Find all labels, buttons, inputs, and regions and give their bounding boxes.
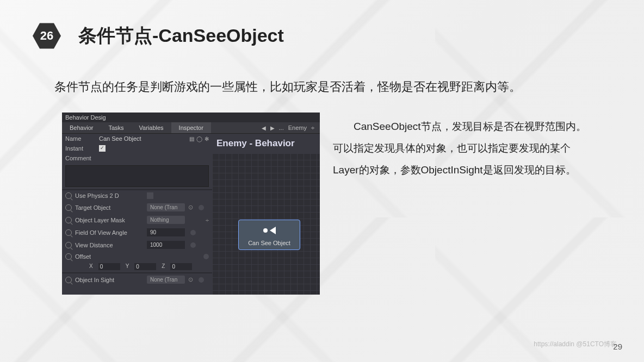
slide-header: 26 条件节点-CanSeeObject <box>33 22 611 50</box>
prop-label: View Distance <box>75 242 144 248</box>
offset-y[interactable] <box>134 263 156 270</box>
prop-checkbox[interactable] <box>147 192 153 199</box>
search-icon[interactable] <box>65 204 72 211</box>
var-dot-icon[interactable] <box>203 254 209 259</box>
prop-value[interactable]: 90 <box>147 228 185 236</box>
nav-more-icon[interactable]: ... <box>279 124 284 131</box>
instant-checkbox[interactable] <box>99 145 106 152</box>
search-icon[interactable] <box>65 217 72 223</box>
node-eye-icon <box>270 227 276 234</box>
nav-dropdown-icon[interactable]: ÷ <box>311 124 314 131</box>
prop-label: Use Physics 2 D <box>75 192 144 199</box>
graph-node-canseeobject[interactable]: Can See Object <box>238 220 300 250</box>
search-icon[interactable] <box>65 192 72 199</box>
prop-label: Target Object <box>75 204 144 211</box>
node-status-dot-icon <box>263 228 268 233</box>
offset-x[interactable] <box>98 263 120 270</box>
var-dot-icon[interactable] <box>199 277 204 283</box>
prop-label: Field Of View Angle <box>75 229 144 236</box>
offset-xyz: X Y Z <box>62 262 212 272</box>
tab-variables[interactable]: Variables <box>132 122 171 133</box>
slide-subtitle: 条件节点的任务是判断游戏的一些属性，比如玩家是否活着，怪物是否在视野距离内等。 <box>54 77 590 96</box>
tab-behavior[interactable]: Behavior <box>62 122 101 133</box>
doc-icon[interactable]: ▤ <box>189 136 194 142</box>
picker-icon[interactable]: ⊙ <box>188 204 193 211</box>
page-number: 29 <box>613 342 622 351</box>
gear-icon[interactable]: ✻ <box>205 136 209 142</box>
nav-next-icon[interactable]: ▶ <box>270 125 275 131</box>
comment-label: Comment <box>65 155 91 161</box>
tab-bar: Behavior Tasks Variables Inspector ◀ ▶ .… <box>62 122 320 134</box>
slide-title: 条件节点-CanSeeObject <box>78 23 284 48</box>
picker-icon[interactable]: ⊙ <box>188 276 193 283</box>
node-label: Can See Object <box>242 240 296 246</box>
prop-label: Offset <box>75 253 144 260</box>
watermark: https://aladdin @51CTO博客 <box>534 340 617 349</box>
prop-value[interactable]: None (Tran <box>147 276 185 284</box>
var-dot-icon[interactable] <box>199 205 204 210</box>
name-label: Name <box>65 135 96 142</box>
search-icon[interactable] <box>65 253 72 260</box>
prop-label: Object In Sight <box>75 277 144 283</box>
instant-label: Instant <box>65 145 96 152</box>
graph-title: Enemy - Behavior <box>212 134 320 153</box>
var-dot-icon[interactable] <box>190 242 196 248</box>
tab-inspector[interactable]: Inspector <box>171 122 211 133</box>
name-value: Can See Object <box>99 135 141 142</box>
search-icon[interactable] <box>65 242 72 248</box>
inspector-pane: Name Can See Object ▤ ◯ ✻ Instant Comme <box>62 134 212 295</box>
prop-label: Object Layer Mask <box>75 217 144 223</box>
slide-number-badge: 26 <box>33 22 61 50</box>
prop-value[interactable]: Nothing <box>147 216 185 224</box>
var-dot-icon[interactable] <box>190 230 196 235</box>
graph-canvas[interactable]: Enemy - Behavior Can See Object <box>212 134 320 295</box>
nav-prev-icon[interactable]: ◀ <box>262 125 266 131</box>
locate-icon[interactable]: ◯ <box>196 136 202 142</box>
window-title: Behavior Desig <box>62 113 320 122</box>
dropdown-icon[interactable]: ÷ <box>206 217 209 223</box>
search-icon[interactable] <box>65 229 72 236</box>
prop-value[interactable]: 1000 <box>147 241 185 249</box>
behavior-designer-panel: Behavior Desig Behavior Tasks Variables … <box>62 113 320 295</box>
description-text: CanSeeObject节点，发现目标是否在视野范围内。 可以指定发现具体的对象… <box>333 113 611 295</box>
offset-z[interactable] <box>170 263 192 270</box>
tab-tasks[interactable]: Tasks <box>101 122 131 133</box>
search-icon[interactable] <box>65 277 72 283</box>
nav-label: Enemy <box>288 124 307 131</box>
comment-textarea[interactable] <box>65 165 209 187</box>
prop-value[interactable]: None (Tran <box>147 203 185 211</box>
